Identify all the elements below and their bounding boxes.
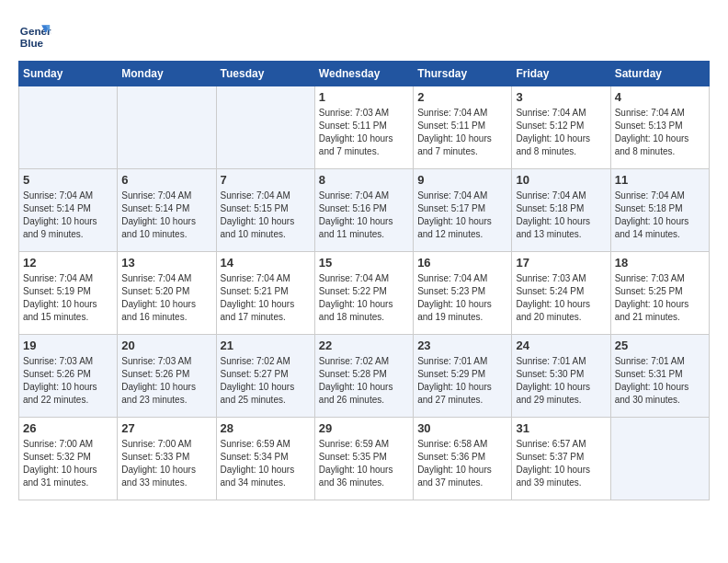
- day-info: Sunrise: 7:00 AM Sunset: 5:33 PM Dayligh…: [121, 438, 211, 489]
- day-info: Sunrise: 7:02 AM Sunset: 5:28 PM Dayligh…: [319, 355, 409, 407]
- calendar-cell: 8Sunrise: 7:04 AM Sunset: 5:16 PM Daylig…: [314, 169, 413, 252]
- logo-icon: General Blue: [18, 18, 51, 52]
- day-info: Sunrise: 7:04 AM Sunset: 5:18 PM Dayligh…: [615, 190, 705, 241]
- day-number: 28: [221, 421, 311, 435]
- day-info: Sunrise: 7:01 AM Sunset: 5:31 PM Dayligh…: [615, 355, 705, 407]
- calendar-cell: 30Sunrise: 6:58 AM Sunset: 5:36 PM Dayli…: [414, 418, 512, 500]
- day-number: 18: [615, 256, 705, 270]
- day-number: 24: [516, 339, 606, 352]
- day-info: Sunrise: 7:04 AM Sunset: 5:13 PM Dayligh…: [615, 107, 705, 158]
- calendar-cell: 15Sunrise: 7:04 AM Sunset: 5:22 PM Dayli…: [314, 252, 413, 335]
- day-info: Sunrise: 7:04 AM Sunset: 5:12 PM Dayligh…: [516, 107, 606, 158]
- day-number: 8: [319, 173, 409, 187]
- day-info: Sunrise: 7:03 AM Sunset: 5:26 PM Dayligh…: [121, 355, 211, 407]
- day-number: 20: [121, 339, 211, 352]
- day-info: Sunrise: 7:01 AM Sunset: 5:30 PM Dayligh…: [516, 355, 606, 407]
- header-wednesday: Wednesday: [314, 62, 413, 86]
- day-number: 21: [221, 339, 311, 352]
- calendar-cell: 17Sunrise: 7:03 AM Sunset: 5:24 PM Dayli…: [512, 252, 610, 335]
- week-row-3: 12Sunrise: 7:04 AM Sunset: 5:19 PM Dayli…: [19, 252, 710, 335]
- day-info: Sunrise: 7:04 AM Sunset: 5:18 PM Dayligh…: [516, 190, 606, 241]
- calendar-cell: 24Sunrise: 7:01 AM Sunset: 5:30 PM Dayli…: [512, 335, 610, 418]
- day-info: Sunrise: 7:04 AM Sunset: 5:16 PM Dayligh…: [319, 190, 409, 241]
- day-number: 26: [23, 421, 113, 435]
- day-info: Sunrise: 6:59 AM Sunset: 5:35 PM Dayligh…: [319, 438, 409, 489]
- calendar-cell: 21Sunrise: 7:02 AM Sunset: 5:27 PM Dayli…: [216, 335, 314, 418]
- calendar-cell: 18Sunrise: 7:03 AM Sunset: 5:25 PM Dayli…: [610, 252, 709, 335]
- calendar-cell: 23Sunrise: 7:01 AM Sunset: 5:29 PM Dayli…: [414, 335, 512, 418]
- day-number: 30: [417, 421, 507, 435]
- calendar-cell: 20Sunrise: 7:03 AM Sunset: 5:26 PM Dayli…: [118, 335, 216, 418]
- day-info: Sunrise: 7:04 AM Sunset: 5:21 PM Dayligh…: [221, 272, 311, 324]
- day-info: Sunrise: 7:04 AM Sunset: 5:14 PM Dayligh…: [121, 190, 211, 241]
- calendar-cell: 16Sunrise: 7:04 AM Sunset: 5:23 PM Dayli…: [414, 252, 512, 335]
- day-number: 12: [23, 256, 113, 270]
- day-number: 6: [121, 173, 211, 187]
- calendar-cell: 14Sunrise: 7:04 AM Sunset: 5:21 PM Dayli…: [216, 252, 314, 335]
- week-row-4: 19Sunrise: 7:03 AM Sunset: 5:26 PM Dayli…: [19, 335, 710, 418]
- day-info: Sunrise: 7:01 AM Sunset: 5:29 PM Dayligh…: [417, 355, 507, 407]
- calendar-cell: 4Sunrise: 7:04 AM Sunset: 5:13 PM Daylig…: [610, 86, 709, 169]
- week-row-2: 5Sunrise: 7:04 AM Sunset: 5:14 PM Daylig…: [19, 169, 710, 252]
- calendar-cell: 19Sunrise: 7:03 AM Sunset: 5:26 PM Dayli…: [19, 335, 118, 418]
- day-number: 23: [417, 339, 507, 352]
- day-info: Sunrise: 7:04 AM Sunset: 5:20 PM Dayligh…: [121, 272, 211, 324]
- header-sunday: Sunday: [19, 62, 118, 86]
- day-info: Sunrise: 7:04 AM Sunset: 5:23 PM Dayligh…: [417, 272, 507, 324]
- day-info: Sunrise: 6:59 AM Sunset: 5:34 PM Dayligh…: [221, 438, 311, 489]
- calendar-cell: 9Sunrise: 7:04 AM Sunset: 5:17 PM Daylig…: [414, 169, 512, 252]
- day-number: 22: [319, 339, 409, 352]
- calendar-cell: [216, 86, 314, 169]
- logo: General Blue: [18, 18, 57, 52]
- calendar-cell: 2Sunrise: 7:04 AM Sunset: 5:11 PM Daylig…: [414, 86, 512, 169]
- calendar-cell: 12Sunrise: 7:04 AM Sunset: 5:19 PM Dayli…: [19, 252, 118, 335]
- day-number: 5: [23, 173, 113, 187]
- calendar-header-row: SundayMondayTuesdayWednesdayThursdayFrid…: [19, 62, 710, 86]
- day-info: Sunrise: 7:03 AM Sunset: 5:11 PM Dayligh…: [319, 107, 409, 158]
- day-info: Sunrise: 6:57 AM Sunset: 5:37 PM Dayligh…: [516, 438, 606, 489]
- day-number: 15: [319, 256, 409, 270]
- calendar-cell: 29Sunrise: 6:59 AM Sunset: 5:35 PM Dayli…: [314, 418, 413, 500]
- header-thursday: Thursday: [414, 62, 512, 86]
- calendar-cell: [19, 86, 118, 169]
- day-info: Sunrise: 7:03 AM Sunset: 5:26 PM Dayligh…: [23, 355, 113, 407]
- day-number: 9: [417, 173, 507, 187]
- week-row-5: 26Sunrise: 7:00 AM Sunset: 5:32 PM Dayli…: [19, 418, 710, 500]
- day-number: 16: [417, 256, 507, 270]
- calendar-table: SundayMondayTuesdayWednesdayThursdayFrid…: [18, 61, 710, 500]
- calendar-cell: 28Sunrise: 6:59 AM Sunset: 5:34 PM Dayli…: [216, 418, 314, 500]
- calendar-cell: 26Sunrise: 7:00 AM Sunset: 5:32 PM Dayli…: [19, 418, 118, 500]
- calendar-cell: 27Sunrise: 7:00 AM Sunset: 5:33 PM Dayli…: [118, 418, 216, 500]
- page-header: General Blue: [18, 18, 710, 52]
- calendar-cell: 7Sunrise: 7:04 AM Sunset: 5:15 PM Daylig…: [216, 169, 314, 252]
- calendar-cell: 1Sunrise: 7:03 AM Sunset: 5:11 PM Daylig…: [314, 86, 413, 169]
- calendar-cell: 3Sunrise: 7:04 AM Sunset: 5:12 PM Daylig…: [512, 86, 610, 169]
- calendar-cell: 10Sunrise: 7:04 AM Sunset: 5:18 PM Dayli…: [512, 169, 610, 252]
- svg-text:Blue: Blue: [20, 37, 44, 49]
- day-number: 11: [615, 173, 705, 187]
- day-info: Sunrise: 6:58 AM Sunset: 5:36 PM Dayligh…: [417, 438, 507, 489]
- day-info: Sunrise: 7:04 AM Sunset: 5:11 PM Dayligh…: [417, 107, 507, 158]
- day-number: 25: [615, 339, 705, 352]
- day-number: 17: [516, 256, 606, 270]
- day-info: Sunrise: 7:03 AM Sunset: 5:25 PM Dayligh…: [615, 272, 705, 324]
- week-row-1: 1Sunrise: 7:03 AM Sunset: 5:11 PM Daylig…: [19, 86, 710, 169]
- day-number: 1: [319, 90, 409, 104]
- day-number: 19: [23, 339, 113, 352]
- calendar-cell: 25Sunrise: 7:01 AM Sunset: 5:31 PM Dayli…: [610, 335, 709, 418]
- header-saturday: Saturday: [610, 62, 709, 86]
- day-number: 13: [121, 256, 211, 270]
- calendar-cell: 11Sunrise: 7:04 AM Sunset: 5:18 PM Dayli…: [610, 169, 709, 252]
- day-number: 31: [516, 421, 606, 435]
- day-number: 4: [615, 90, 705, 104]
- day-number: 7: [221, 173, 311, 187]
- day-info: Sunrise: 7:04 AM Sunset: 5:15 PM Dayligh…: [221, 190, 311, 241]
- header-friday: Friday: [512, 62, 610, 86]
- header-tuesday: Tuesday: [216, 62, 314, 86]
- calendar-cell: [118, 86, 216, 169]
- day-info: Sunrise: 7:04 AM Sunset: 5:22 PM Dayligh…: [319, 272, 409, 324]
- calendar-cell: 31Sunrise: 6:57 AM Sunset: 5:37 PM Dayli…: [512, 418, 610, 500]
- day-info: Sunrise: 7:00 AM Sunset: 5:32 PM Dayligh…: [23, 438, 113, 489]
- calendar-cell: 13Sunrise: 7:04 AM Sunset: 5:20 PM Dayli…: [118, 252, 216, 335]
- day-number: 10: [516, 173, 606, 187]
